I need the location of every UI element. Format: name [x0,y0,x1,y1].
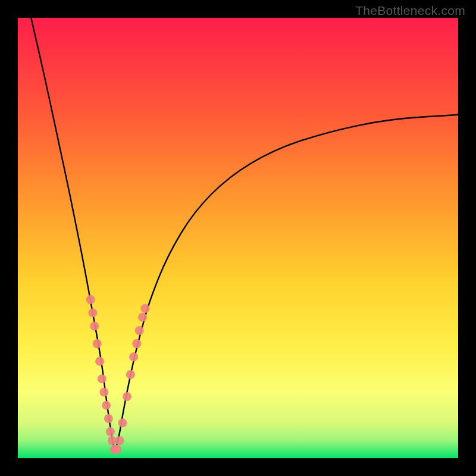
data-marker [123,392,131,401]
data-marker [115,436,124,445]
data-marker [104,414,113,423]
watermark-text: TheBottleneck.com [355,4,465,18]
data-marker [102,401,111,410]
data-marker [135,326,144,335]
data-marker [106,427,115,436]
data-marker [112,445,121,454]
bottleneck-curve [31,18,458,449]
curve-layer [18,18,458,458]
data-marker [98,374,107,383]
data-marker [138,313,147,322]
data-marker [86,295,95,304]
data-marker [140,304,149,313]
data-marker [88,308,97,317]
data-marker [100,388,109,397]
data-marker [118,418,127,427]
plot-area [18,18,458,458]
data-marker [129,352,138,361]
data-markers [86,295,150,454]
chart-frame: TheBottleneck.com [0,0,476,476]
data-marker [90,322,99,331]
data-marker [95,357,104,366]
data-marker [93,339,102,348]
data-marker [126,370,135,379]
data-marker [132,339,141,348]
